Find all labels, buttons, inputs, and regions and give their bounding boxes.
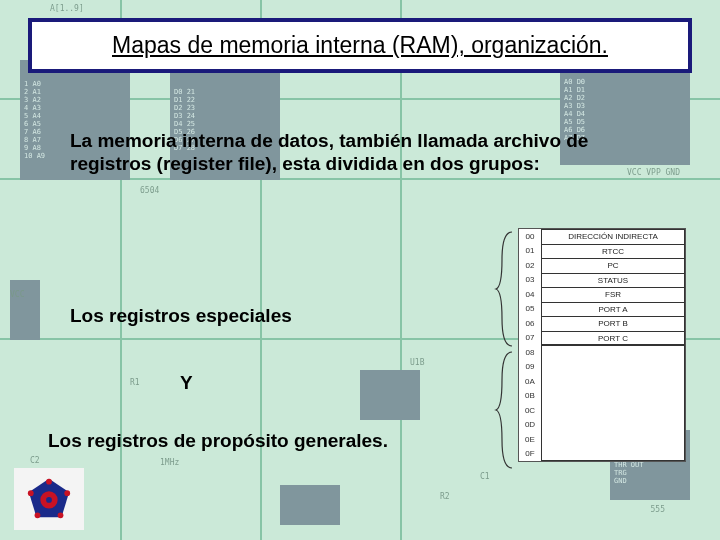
mem-addr: 04 bbox=[519, 290, 541, 299]
mem-name: PORT C bbox=[541, 331, 685, 346]
bg-c1: C1 bbox=[480, 472, 490, 481]
memory-map-table: 00DIRECCIÓN INDIRECTA 01RTCC 02PC 03STAT… bbox=[518, 228, 686, 462]
mem-addr: 00 bbox=[519, 232, 541, 241]
memory-special-block: 00DIRECCIÓN INDIRECTA 01RTCC 02PC 03STAT… bbox=[519, 229, 685, 345]
table-row: 08 bbox=[519, 345, 685, 360]
brace-special bbox=[494, 230, 514, 348]
table-row: 0D bbox=[519, 418, 685, 433]
mem-name: PC bbox=[541, 258, 685, 273]
brace-general bbox=[494, 350, 514, 470]
mem-addr: 06 bbox=[519, 319, 541, 328]
mem-name bbox=[541, 432, 685, 447]
mem-addr: 03 bbox=[519, 275, 541, 284]
table-row: 0C bbox=[519, 403, 685, 418]
mem-addr: 0C bbox=[519, 406, 541, 415]
label-general-registers: Los registros de propósito generales. bbox=[48, 430, 388, 452]
mem-addr: 01 bbox=[519, 246, 541, 255]
mem-addr: 09 bbox=[519, 362, 541, 371]
bg-r2: R2 bbox=[440, 492, 450, 501]
bg-freq: 1MHz bbox=[160, 458, 179, 467]
mem-addr: 0E bbox=[519, 435, 541, 444]
intro-paragraph: La memoria interna de datos, también lla… bbox=[70, 130, 630, 176]
bg-r1: R1 bbox=[130, 378, 140, 387]
bg-pins-right: VCC VPP GND bbox=[627, 168, 680, 177]
mem-addr: 0A bbox=[519, 377, 541, 386]
mem-name bbox=[541, 403, 685, 418]
mem-name: RTCC bbox=[541, 244, 685, 259]
mem-addr: 0D bbox=[519, 420, 541, 429]
title-box: Mapas de memoria interna (RAM), organiza… bbox=[28, 18, 692, 73]
table-row: 06PORT B bbox=[519, 316, 685, 331]
mem-name bbox=[541, 374, 685, 389]
memory-general-block: 08 09 0A 0B 0C 0D 0E 0F bbox=[519, 345, 685, 461]
mem-addr: 05 bbox=[519, 304, 541, 313]
table-row: 0B bbox=[519, 389, 685, 404]
mem-name bbox=[541, 360, 685, 375]
mem-name: STATUS bbox=[541, 273, 685, 288]
bg-gate-label: U1B bbox=[410, 358, 424, 367]
mem-name: DIRECCIÓN INDIRECTA bbox=[541, 229, 685, 244]
bg-bus-label: A[1..9] bbox=[50, 4, 84, 13]
table-row: 02PC bbox=[519, 258, 685, 273]
mem-name: PORT A bbox=[541, 302, 685, 317]
bg-chip-vcc bbox=[10, 280, 40, 340]
mem-name bbox=[541, 447, 685, 462]
table-row: 0A bbox=[519, 374, 685, 389]
bg-chip-gate bbox=[360, 370, 420, 420]
bg-part-555: 555 bbox=[651, 505, 665, 514]
svg-point-2 bbox=[46, 497, 52, 503]
mem-name bbox=[541, 345, 685, 360]
mem-addr: 07 bbox=[519, 333, 541, 342]
bg-c2: C2 bbox=[30, 456, 40, 465]
svg-point-7 bbox=[28, 490, 34, 496]
svg-point-6 bbox=[35, 512, 41, 518]
mem-name: FSR bbox=[541, 287, 685, 302]
table-row: 0F bbox=[519, 447, 685, 462]
mem-name bbox=[541, 418, 685, 433]
svg-point-5 bbox=[58, 512, 64, 518]
bg-vcc: VCC bbox=[10, 290, 24, 299]
table-row: 0E bbox=[519, 432, 685, 447]
svg-point-4 bbox=[64, 490, 70, 496]
label-and: Y bbox=[180, 372, 193, 394]
mem-addr: 08 bbox=[519, 348, 541, 357]
institution-logo bbox=[14, 468, 84, 530]
table-row: 03STATUS bbox=[519, 273, 685, 288]
table-row: 05PORT A bbox=[519, 302, 685, 317]
bg-part-6504: 6504 bbox=[140, 186, 159, 195]
mem-name bbox=[541, 389, 685, 404]
page-title: Mapas de memoria interna (RAM), organiza… bbox=[46, 32, 674, 59]
mem-addr: 0F bbox=[519, 449, 541, 458]
table-row: 07PORT C bbox=[519, 331, 685, 346]
mem-addr: 02 bbox=[519, 261, 541, 270]
table-row: 00DIRECCIÓN INDIRECTA bbox=[519, 229, 685, 244]
label-special-registers: Los registros especiales bbox=[70, 305, 292, 327]
svg-point-3 bbox=[46, 479, 52, 485]
table-row: 09 bbox=[519, 360, 685, 375]
table-row: 04FSR bbox=[519, 287, 685, 302]
mem-name: PORT B bbox=[541, 316, 685, 331]
mem-addr: 0B bbox=[519, 391, 541, 400]
bg-chip-ulc bbox=[280, 485, 340, 525]
table-row: 01RTCC bbox=[519, 244, 685, 259]
